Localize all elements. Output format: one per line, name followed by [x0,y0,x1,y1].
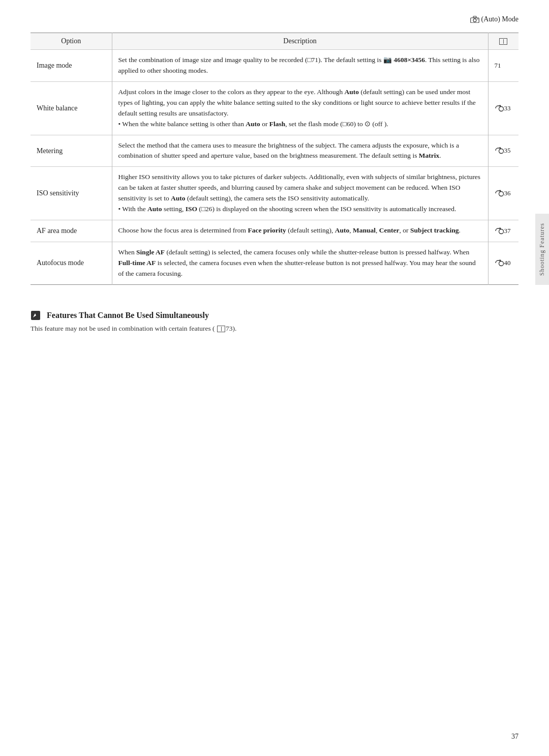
table-row: Autofocus modeWhen Single AF (default se… [30,242,518,284]
option-cell: White balance [30,81,112,135]
ref-value: 33 [495,103,513,113]
camera-icon [470,16,479,23]
page-number: 37 [511,733,518,741]
ref-cell: 33 [488,81,518,135]
ref-cell: 36 [488,167,518,220]
page-header: (Auto) Mode [30,15,518,23]
description-cell: Adjust colors in the image closer to the… [112,81,488,135]
svg-rect-2 [473,16,476,18]
features-text: This feature may not be used in combinat… [30,325,518,333]
option-cell: ISO sensitivity [30,167,112,220]
table-row: White balanceAdjust colors in the image … [30,81,518,135]
book-icon [499,38,507,45]
description-cell: Higher ISO sensitivity allows you to tak… [112,167,488,220]
table-row: MeteringSelect the method that the camer… [30,135,518,167]
option-cell: Image mode [30,50,112,82]
pencil-icon [30,310,41,321]
option-cell: Metering [30,135,112,167]
col-header-option: Option [30,33,112,50]
features-title: Features That Cannot Be Used Simultaneou… [30,310,518,321]
ref-cell: 37 [488,220,518,242]
ref-value: 36 [495,188,513,198]
description-cell: Set the combination of image size and im… [112,50,488,82]
option-cell: Autofocus mode [30,242,112,284]
svg-point-6 [499,192,503,196]
book-icon-bottom [217,326,225,332]
ref-cell: 40 [488,242,518,284]
svg-point-7 [499,229,503,234]
features-title-text: Features That Cannot Be Used Simultaneou… [47,311,209,320]
description-cell: Select the method that the camera uses t… [112,135,488,167]
ref-value: 40 [495,258,513,268]
options-table: Option Description Image modeSet the com… [30,33,518,285]
col-header-description: Description [112,33,488,50]
ref-cell: 35 [488,135,518,167]
header-title: (Auto) Mode [481,15,519,23]
svg-point-8 [499,261,503,266]
ref-cell: 71 [488,50,518,82]
ref-value: 35 [495,146,513,156]
option-cell: AF area mode [30,220,112,242]
svg-point-1 [473,19,476,22]
description-cell: Choose how the focus area is determined … [112,220,488,242]
side-label: Shooting Features [535,214,549,285]
ref-value: 37 [495,226,513,236]
table-row: Image modeSet the combination of image s… [30,50,518,82]
table-row: AF area modeChoose how the focus area is… [30,220,518,242]
description-cell: When Single AF (default setting) is sele… [112,242,488,284]
col-header-ref [488,33,518,50]
svg-rect-3 [477,19,478,20]
bottom-section: Features That Cannot Be Used Simultaneou… [30,305,518,333]
svg-point-5 [499,149,503,154]
table-row: ISO sensitivityHigher ISO sensitivity al… [30,167,518,220]
svg-point-4 [499,106,503,111]
